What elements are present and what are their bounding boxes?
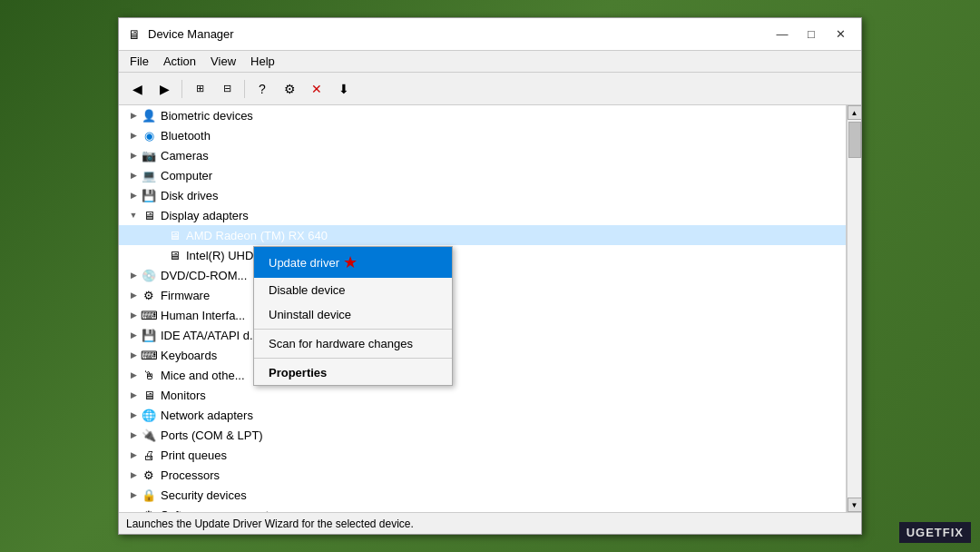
label-mice: Mice and othe... [161, 369, 245, 382]
label-print: Print queues [161, 448, 227, 462]
tree-item-processors[interactable]: ▶ ⚙ Processors [119, 465, 846, 485]
label-disk-drives: Disk drives [161, 189, 219, 202]
menu-action[interactable]: Action [156, 53, 203, 70]
label-cameras: Cameras [161, 149, 209, 163]
tree-item-amd-radeon[interactable]: 🖥 AMD Radeon (TM) RX 640 [119, 225, 846, 245]
toolbar: ◀ ▶ ⊞ ⊟ ? ⚙ ✕ ⬇ [119, 73, 861, 105]
label-display-adapters: Display adapters [161, 209, 249, 222]
menu-help[interactable]: Help [243, 53, 282, 70]
close-button[interactable]: ✕ [827, 25, 854, 44]
icon-firmware: ⚙ [141, 287, 157, 303]
tree-item-bluetooth[interactable]: ▶ ◉ Bluetooth [119, 125, 846, 145]
scrollbar[interactable]: ▲ ▼ [847, 105, 861, 512]
scrollbar-thumb[interactable] [848, 122, 861, 158]
menu-file[interactable]: File [122, 53, 156, 70]
tree-item-keyboards[interactable]: ▶ ⌨ Keyboards [119, 345, 846, 365]
tree-item-mice[interactable]: ▶ 🖱 Mice and othe... [119, 365, 846, 385]
tree-item-network[interactable]: ▶ 🌐 Network adapters [119, 405, 846, 425]
tree-item-print[interactable]: ▶ 🖨 Print queues [119, 445, 846, 465]
window-controls: — □ ✕ [769, 25, 854, 44]
menu-view[interactable]: View [203, 53, 243, 70]
expander-mice: ▶ [126, 368, 141, 382]
icon-display-adapters: 🖥 [141, 207, 157, 223]
icon-dvd: 💿 [141, 267, 157, 283]
icon-sw-components: ⚙ [141, 507, 157, 512]
label-bluetooth: Bluetooth [161, 129, 211, 143]
label-ide: IDE ATA/ATAPI d... [161, 329, 260, 342]
device-tree[interactable]: ▶ 👤 Biometric devices ▶ ◉ Bluetooth ▶ 📷 … [119, 105, 847, 512]
tree-item-cameras[interactable]: ▶ 📷 Cameras [119, 145, 846, 165]
label-hid: Human Interfa... [161, 309, 245, 322]
ctx-separator [254, 329, 452, 330]
label-processors: Processors [161, 468, 220, 482]
toolbar-expand-button[interactable]: ⊞ [187, 77, 212, 101]
toolbar-forward-button[interactable]: ▶ [152, 77, 177, 101]
expander-network: ▶ [126, 408, 141, 422]
expander-keyboards: ▶ [126, 348, 141, 362]
tree-item-ide[interactable]: ▶ 💾 IDE ATA/ATAPI d... [119, 325, 846, 345]
tree-item-ports[interactable]: ▶ 🔌 Ports (COM & LPT) [119, 425, 846, 445]
label-dvd: DVD/CD-ROM... [161, 269, 247, 282]
label-biometric: Biometric devices [161, 109, 253, 123]
expander-dvd: ▶ [126, 268, 141, 282]
star-icon: ★ [343, 252, 358, 272]
status-bar: Launches the Update Driver Wizard for th… [119, 512, 861, 534]
tree-item-dvd[interactable]: ▶ 💿 DVD/CD-ROM... [119, 265, 846, 285]
toolbar-collapse-button[interactable]: ⊟ [214, 77, 240, 101]
expander-bluetooth: ▶ [126, 128, 141, 143]
toolbar-scan-button[interactable]: ⬇ [331, 77, 357, 101]
scrollbar-up-button[interactable]: ▲ [848, 105, 862, 120]
tree-item-intel-uhd[interactable]: 🖥 Intel(R) UHD... [119, 245, 846, 265]
ctx-disable-device[interactable]: Disable device [254, 278, 452, 302]
icon-disk-drives: 💾 [141, 187, 157, 203]
expander-ide: ▶ [126, 328, 141, 342]
tree-item-firmware[interactable]: ▶ ⚙ Firmware [119, 285, 846, 305]
icon-cameras: 📷 [141, 147, 157, 163]
expander-disk-drives: ▶ [126, 188, 141, 202]
toolbar-back-button[interactable]: ◀ [124, 77, 150, 101]
ctx-scan-hardware[interactable]: Scan for hardware changes [254, 331, 452, 356]
expander-amd [152, 228, 166, 242]
toolbar-separator-2 [244, 80, 245, 98]
icon-processors: ⚙ [141, 467, 157, 483]
toolbar-uninstall-button[interactable]: ✕ [304, 77, 329, 101]
toolbar-separator-1 [181, 80, 182, 98]
icon-keyboards: ⌨ [141, 347, 157, 363]
maximize-button[interactable]: □ [798, 25, 825, 44]
tree-item-disk-drives[interactable]: ▶ 💾 Disk drives [119, 185, 846, 205]
tree-item-computer[interactable]: ▶ 💻 Computer [119, 165, 846, 185]
icon-mice: 🖱 [141, 367, 157, 383]
ctx-uninstall-device[interactable]: Uninstall device [254, 302, 452, 327]
scrollbar-down-button[interactable]: ▼ [848, 498, 862, 512]
icon-bluetooth: ◉ [141, 127, 157, 143]
expander-biometric: ▶ [126, 108, 141, 123]
label-monitors: Monitors [161, 389, 206, 402]
expander-security: ▶ [126, 488, 141, 502]
expander-intel [152, 248, 166, 262]
ctx-separator-2 [254, 358, 452, 359]
expander-print: ▶ [126, 448, 141, 462]
icon-ide: 💾 [141, 327, 157, 343]
tree-item-monitors[interactable]: ▶ 🖥 Monitors [119, 385, 846, 405]
tree-item-hid[interactable]: ▶ ⌨ Human Interfa... [119, 305, 846, 325]
icon-security: 🔒 [141, 487, 157, 503]
label-amd: AMD Radeon (TM) RX 640 [186, 229, 328, 242]
tree-item-display-adapters[interactable]: ▼ 🖥 Display adapters [119, 205, 846, 225]
expander-display-adapters: ▼ [126, 208, 141, 222]
ctx-properties[interactable]: Properties [254, 360, 452, 385]
toolbar-properties-button[interactable]: ⚙ [277, 77, 302, 101]
expander-monitors: ▶ [126, 388, 141, 402]
label-sw-components: Software components [161, 508, 275, 513]
icon-ports: 🔌 [141, 427, 157, 443]
label-keyboards: Keyboards [161, 349, 217, 362]
icon-print: 🖨 [141, 447, 157, 463]
tree-item-biometric[interactable]: ▶ 👤 Biometric devices [119, 105, 846, 125]
minimize-button[interactable]: — [769, 25, 796, 44]
label-network: Network adapters [161, 409, 253, 422]
tree-item-security[interactable]: ▶ 🔒 Security devices [119, 485, 846, 505]
ctx-update-driver[interactable]: Update driver ★ [254, 247, 452, 278]
window-icon: 🖥 [126, 26, 142, 43]
expander-sw-components: ▶ [126, 508, 141, 512]
toolbar-help-button[interactable]: ? [250, 77, 275, 101]
tree-item-sw-components[interactable]: ▶ ⚙ Software components [119, 505, 846, 512]
